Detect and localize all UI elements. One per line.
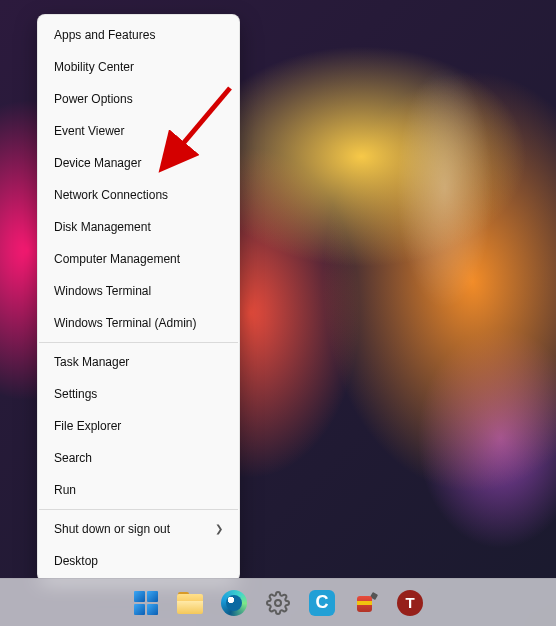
menu-item-label: Windows Terminal (Admin) [54,315,196,331]
folder-icon [177,592,203,614]
app-fuel-taskbar[interactable] [350,587,382,619]
menu-item-label: Settings [54,386,97,402]
menu-separator [39,342,238,343]
menu-item-label: Event Viewer [54,123,124,139]
menu-item-label: Disk Management [54,219,151,235]
menu-item-device-manager[interactable]: Device Manager [38,147,239,179]
menu-item-run[interactable]: Run [38,474,239,506]
menu-item-label: Power Options [54,91,133,107]
windows-start-icon [134,591,158,615]
t-icon: T [397,590,423,616]
menu-item-label: Network Connections [54,187,168,203]
menu-item-label: Run [54,482,76,498]
svg-point-1 [275,600,281,606]
menu-item-windows-terminal-admin[interactable]: Windows Terminal (Admin) [38,307,239,339]
menu-item-power-options[interactable]: Power Options [38,83,239,115]
taskbar: C T [0,578,556,626]
edge-taskbar[interactable] [218,587,250,619]
menu-item-disk-management[interactable]: Disk Management [38,211,239,243]
menu-item-label: Mobility Center [54,59,134,75]
app-c-taskbar[interactable]: C [306,587,338,619]
menu-item-label: Windows Terminal [54,283,151,299]
fuelcan-icon [353,590,379,616]
menu-item-computer-management[interactable]: Computer Management [38,243,239,275]
menu-item-label: Desktop [54,553,98,569]
menu-item-label: Task Manager [54,354,129,370]
menu-item-desktop[interactable]: Desktop [38,545,239,577]
menu-item-settings[interactable]: Settings [38,378,239,410]
menu-item-label: File Explorer [54,418,121,434]
menu-item-search[interactable]: Search [38,442,239,474]
menu-item-apps-and-features[interactable]: Apps and Features [38,19,239,51]
menu-separator [39,509,238,510]
menu-item-network-connections[interactable]: Network Connections [38,179,239,211]
menu-item-shutdown-signout[interactable]: Shut down or sign out ❯ [38,513,239,545]
menu-item-label: Device Manager [54,155,141,171]
gear-icon [265,590,291,616]
menu-item-label: Search [54,450,92,466]
menu-item-task-manager[interactable]: Task Manager [38,346,239,378]
c-icon: C [309,590,335,616]
settings-taskbar[interactable] [262,587,294,619]
menu-item-windows-terminal[interactable]: Windows Terminal [38,275,239,307]
app-t-taskbar[interactable]: T [394,587,426,619]
start-button[interactable] [130,587,162,619]
menu-item-label: Computer Management [54,251,180,267]
winx-context-menu: Apps and Features Mobility Center Power … [37,14,240,582]
menu-item-mobility-center[interactable]: Mobility Center [38,51,239,83]
menu-item-label: Apps and Features [54,27,155,43]
chevron-right-icon: ❯ [215,521,223,537]
menu-item-file-explorer[interactable]: File Explorer [38,410,239,442]
menu-item-event-viewer[interactable]: Event Viewer [38,115,239,147]
file-explorer-taskbar[interactable] [174,587,206,619]
menu-item-label: Shut down or sign out [54,521,170,537]
edge-icon [221,590,247,616]
